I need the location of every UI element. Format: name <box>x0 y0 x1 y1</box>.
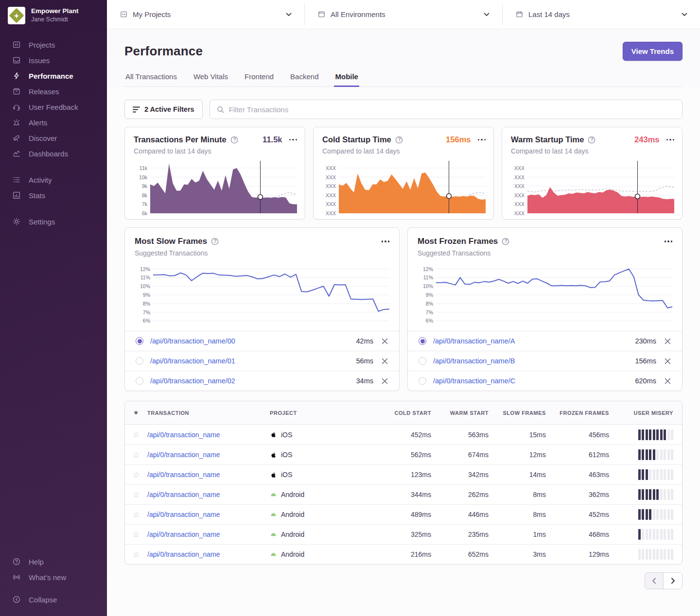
sidebar-nav: Projects Issues Performance Releases Use… <box>0 37 107 229</box>
date-range-selector[interactable]: Last 14 days <box>503 0 700 29</box>
sidebar-item-stats[interactable]: Stats <box>0 188 107 203</box>
sidebar-item-label: Help <box>29 558 44 566</box>
dismiss-icon[interactable] <box>381 358 388 365</box>
sidebar-item-user-feedback[interactable]: User Feedback <box>0 99 107 115</box>
sidebar-item-performance[interactable]: Performance <box>0 68 107 84</box>
transaction-radio[interactable] <box>136 337 143 345</box>
slow-frames-line-chart <box>153 264 389 326</box>
sidebar-item-label: Activity <box>29 176 52 184</box>
dismiss-icon[interactable] <box>381 377 388 385</box>
sidebar-item-label: Stats <box>29 191 45 200</box>
tab-all-transactions[interactable]: All Transactions <box>124 71 178 86</box>
card-menu-ellipsis-icon[interactable] <box>289 139 298 141</box>
transaction-radio[interactable] <box>419 357 426 365</box>
transaction-radio[interactable] <box>419 377 426 385</box>
frozen-frames-value: 612ms <box>546 451 609 459</box>
transaction-radio[interactable] <box>419 337 426 345</box>
misery-segment <box>660 489 663 500</box>
card-menu-ellipsis-icon[interactable] <box>666 139 675 141</box>
misery-segment <box>649 429 651 440</box>
tab-mobile[interactable]: Mobile <box>334 71 359 87</box>
org-switcher[interactable]: Empower Plant Jane Schmidt <box>0 7 107 24</box>
help-icon <box>12 557 21 566</box>
misery-segment <box>649 489 651 500</box>
star-icon[interactable]: ☆ <box>125 550 147 559</box>
card-menu-ellipsis-icon[interactable] <box>382 240 390 242</box>
star-icon[interactable]: ☆ <box>125 530 147 539</box>
chevron-down-icon <box>682 13 687 17</box>
help-circle-icon[interactable]: ? <box>230 136 238 144</box>
transaction-link[interactable]: /api/0/transaction_name <box>147 471 270 479</box>
transaction-link[interactable]: /api/0/transaction_name <box>147 550 270 558</box>
svg-text:?: ? <box>591 137 594 142</box>
tab-backend[interactable]: Backend <box>289 71 319 86</box>
dismiss-icon[interactable] <box>664 358 671 365</box>
android-icon <box>270 531 277 538</box>
help-circle-icon[interactable]: ? <box>395 136 403 144</box>
misery-segment <box>642 449 644 460</box>
active-filters-button[interactable]: 2 Active Filters <box>124 100 203 119</box>
misery-segment <box>653 509 655 520</box>
sidebar-item-issues[interactable]: Issues <box>0 52 107 68</box>
axis-tick-label: 8% <box>426 301 433 307</box>
project-selector[interactable]: My Projects <box>107 0 304 29</box>
misery-segment <box>642 529 644 540</box>
sidebar-item-projects[interactable]: Projects <box>0 37 107 52</box>
sidebar-item-settings[interactable]: Settings <box>0 214 107 229</box>
card-menu-ellipsis-icon[interactable] <box>665 240 673 242</box>
axis-tick-label: 7% <box>426 309 433 315</box>
previous-page-button[interactable] <box>645 573 664 589</box>
transaction-link[interactable]: /api/0/transaction_name/01 <box>150 357 235 365</box>
misery-segment <box>660 449 663 460</box>
dismiss-icon[interactable] <box>664 377 671 385</box>
transaction-link[interactable]: /api/0/transaction_name <box>147 431 270 439</box>
sidebar-item-alerts[interactable]: Alerts <box>0 115 107 130</box>
transaction-link[interactable]: /api/0/transaction_name <box>147 530 270 538</box>
help-circle-icon[interactable]: ? <box>502 238 509 245</box>
help-circle-icon[interactable]: ? <box>588 136 595 144</box>
transaction-link[interactable]: /api/0/transaction_name <box>147 511 270 518</box>
star-icon[interactable]: ☆ <box>125 491 147 499</box>
star-icon[interactable]: ☆ <box>125 451 147 459</box>
transaction-link[interactable]: /api/0/transaction_name/A <box>433 337 515 345</box>
transaction-link[interactable]: /api/0/transaction_name/02 <box>150 377 235 385</box>
filter-transactions-input[interactable] <box>229 105 675 114</box>
star-icon[interactable]: ☆ <box>125 471 147 479</box>
sidebar-item-dashboards[interactable]: Dashboards <box>0 146 107 161</box>
transaction-link[interactable]: /api/0/transaction_name/00 <box>150 337 235 345</box>
sidebar-item-label: What’s new <box>29 573 66 582</box>
tab-frontend[interactable]: Frontend <box>244 71 275 86</box>
transaction-radio[interactable] <box>136 357 143 365</box>
sidebar-collapse-button[interactable]: Collapse <box>0 592 107 607</box>
sidebar-item-discover[interactable]: Discover <box>0 130 107 146</box>
environment-selector[interactable]: All Environments <box>305 0 502 29</box>
misery-segment <box>667 449 670 460</box>
misery-segment <box>664 529 666 540</box>
tab-web-vitals[interactable]: Web Vitals <box>192 71 229 86</box>
sidebar-item-help[interactable]: Help <box>0 554 107 569</box>
card-menu-ellipsis-icon[interactable] <box>478 139 486 141</box>
y-axis: 12%11%10%9%8%7%6% <box>135 264 153 326</box>
view-trends-button[interactable]: View Trends <box>623 42 682 61</box>
help-circle-icon[interactable]: ? <box>211 238 219 245</box>
transaction-radio[interactable] <box>136 377 143 385</box>
sidebar-item-releases[interactable]: Releases <box>0 84 107 99</box>
transaction-link[interactable]: /api/0/transaction_name <box>147 491 270 498</box>
star-icon[interactable]: ☆ <box>125 511 147 519</box>
cold-start-value: 344ms <box>374 491 431 498</box>
next-page-button[interactable] <box>664 573 682 589</box>
suggested-transaction-row: /api/0/transaction_name/02 34ms <box>125 371 399 391</box>
transaction-link[interactable]: /api/0/transaction_name/C <box>433 377 515 385</box>
transaction-link[interactable]: /api/0/transaction_name/B <box>433 357 515 365</box>
transaction-link[interactable]: /api/0/transaction_name <box>147 451 270 459</box>
user-misery-bar <box>638 529 674 540</box>
pagination <box>124 572 682 589</box>
dismiss-icon[interactable] <box>664 338 671 345</box>
star-icon[interactable]: ☆ <box>125 430 147 439</box>
key-transactions-star-icon[interactable]: ★ <box>125 410 147 416</box>
dismiss-icon[interactable] <box>381 338 388 345</box>
sidebar-item-activity[interactable]: Activity <box>0 172 107 188</box>
misery-segment <box>671 429 673 440</box>
axis-tick-label: 9k <box>142 183 147 189</box>
sidebar-item-whats-new[interactable]: What’s new <box>0 569 107 585</box>
